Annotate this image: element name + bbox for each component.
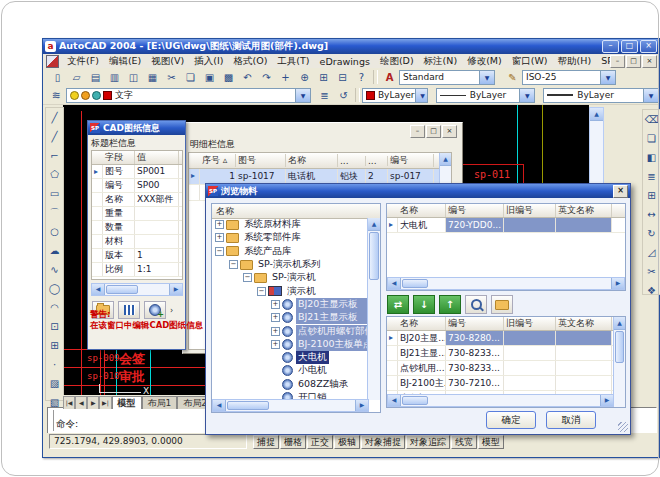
status-toggle-button[interactable]: 极轴 xyxy=(334,435,360,449)
table-row[interactable]: 材料 xyxy=(92,235,182,249)
scroll-left-icon[interactable]: ◀ xyxy=(92,284,105,295)
tree-item[interactable]: +BJ20主显示板 xyxy=(212,298,368,311)
plot-preview-icon[interactable]: ◫ xyxy=(124,69,143,86)
scroll-up-icon[interactable]: ▲ xyxy=(368,218,380,231)
expand-toggle-icon[interactable] xyxy=(271,353,280,362)
zoom-window-icon[interactable]: ⊞ xyxy=(314,69,333,86)
browse-dialog-title-bar[interactable]: SP 浏览物料 × xyxy=(206,184,630,198)
rectangle-icon[interactable]: ▭ xyxy=(46,184,64,203)
trim-icon[interactable]: ✂ xyxy=(643,262,660,281)
tree-item[interactable]: −系统产品库 xyxy=(212,245,368,258)
close-button[interactable]: × xyxy=(442,125,457,138)
expand-toggle-icon[interactable]: + xyxy=(215,233,224,242)
plot-icon[interactable]: ▥ xyxy=(105,69,124,86)
mdi-close-button[interactable]: × xyxy=(642,55,657,68)
status-toggle-button[interactable]: 模型 xyxy=(478,435,504,449)
tree-item[interactable]: 小电机 xyxy=(212,364,368,377)
point-icon[interactable]: · xyxy=(46,355,64,374)
close-button[interactable]: × xyxy=(613,185,628,198)
status-toggle-button[interactable]: 正交 xyxy=(307,435,333,449)
circle-icon[interactable]: ○ xyxy=(46,222,64,241)
menu-item[interactable]: 视图(V) xyxy=(146,55,189,68)
move-up-icon[interactable]: ↑ xyxy=(439,295,461,314)
menu-item[interactable]: eDrawings xyxy=(315,56,375,67)
hatch-icon[interactable]: ▨ xyxy=(46,374,64,393)
rotate-icon[interactable]: ↻ xyxy=(643,224,660,243)
tab-prev-button[interactable]: ◀ xyxy=(75,396,87,409)
menu-item[interactable]: 插入(I) xyxy=(189,55,228,68)
new-file-icon[interactable]: ▯ xyxy=(48,69,67,86)
scroll-left-icon[interactable]: ◀ xyxy=(213,400,226,411)
open-folder-icon[interactable] xyxy=(491,295,513,314)
maximize-button[interactable]: □ xyxy=(621,40,638,53)
horizontal-scrollbar[interactable]: ◀▶ xyxy=(387,394,614,407)
text-style-combo[interactable]: Standard▼ xyxy=(399,70,495,85)
cut-icon[interactable]: ✂ xyxy=(162,69,181,86)
scroll-right-icon[interactable]: ▶ xyxy=(169,284,182,295)
layout-tab[interactable]: 布局1 xyxy=(142,396,178,409)
undo-icon[interactable]: ↶ xyxy=(238,69,257,86)
insert-block-icon[interactable]: ⊡ xyxy=(46,317,64,336)
table-row[interactable]: 点钞机用...730-8233... xyxy=(387,361,625,376)
make-block-icon[interactable]: ⊞ xyxy=(46,336,64,355)
expand-toggle-icon[interactable]: + xyxy=(215,220,224,229)
ok-button[interactable]: 确定 xyxy=(486,411,536,429)
help-icon[interactable]: ? xyxy=(352,69,371,86)
color-combo[interactable]: ByLayer ▼ xyxy=(362,88,428,103)
resize-grip[interactable] xyxy=(618,422,628,432)
layer-previous-icon[interactable]: ↺ xyxy=(334,87,353,104)
scale-icon[interactable]: ◿ xyxy=(643,243,660,262)
arc-icon[interactable]: ⌒ xyxy=(46,203,64,222)
menu-item[interactable]: 工具(T) xyxy=(272,55,314,68)
tab-last-button[interactable]: ▶| xyxy=(99,396,111,409)
coordinate-readout[interactable]: 725.1794, 429.8903, 0.0000 xyxy=(49,434,247,449)
selected-material-table[interactable]: 名称 编号 旧编号 英文名称 大电机720-YDD0... ◀▶ xyxy=(386,203,626,291)
menu-item[interactable]: 帮助(H) xyxy=(553,55,597,68)
chevron-down-icon[interactable]: ▼ xyxy=(643,89,658,102)
scrollbar-thumb[interactable] xyxy=(106,285,138,294)
expand-toggle-icon[interactable]: − xyxy=(243,273,252,282)
material-list-table[interactable]: 名称 编号 旧编号 英文名称 BJ20主显...730-8280...BJ21主… xyxy=(386,316,626,408)
table-row[interactable]: 版本1 xyxy=(92,249,182,263)
scroll-right-icon[interactable]: ▶ xyxy=(600,395,613,406)
status-toggle-button[interactable]: 对象追踪 xyxy=(406,435,450,449)
text-style-icon[interactable]: A xyxy=(380,69,399,86)
table-row[interactable]: 数量 xyxy=(92,221,182,235)
menu-item[interactable]: SP-PDM插件(P) xyxy=(596,55,610,68)
paste-icon[interactable]: ▣ xyxy=(200,69,219,86)
expand-toggle-icon[interactable]: + xyxy=(271,340,280,349)
array-icon[interactable]: ⊞ xyxy=(643,186,660,205)
tree-item[interactable]: −SP-演示机 xyxy=(212,271,368,284)
table-row[interactable]: 编号SP00 xyxy=(92,179,182,193)
vertical-scrollbar[interactable]: ▲ xyxy=(367,218,380,400)
offset-icon[interactable]: ≣ xyxy=(643,167,660,186)
copy-icon[interactable]: ❏ xyxy=(181,69,200,86)
tree-item[interactable]: +BJ21主显示板 xyxy=(212,311,368,324)
tab-next-button[interactable]: ▶ xyxy=(87,396,99,409)
redo-icon[interactable]: ↷ xyxy=(257,69,276,86)
dim-style-icon[interactable]: ✎ xyxy=(503,69,522,86)
status-toggle-button[interactable]: 栅格 xyxy=(280,435,306,449)
zoom-realtime-icon[interactable]: ⊕ xyxy=(295,69,314,86)
revision-cloud-icon[interactable]: ☁ xyxy=(46,241,64,260)
tree-item[interactable]: +系统原材料库 xyxy=(212,218,368,231)
table-row[interactable]: 大电机720-YDD0... xyxy=(387,218,625,233)
explode-icon[interactable]: ❖ xyxy=(643,281,660,300)
mdi-restore-button[interactable]: □ xyxy=(626,55,641,68)
tree-item[interactable]: +点钞机用螺钉部件 xyxy=(212,324,368,337)
expand-toggle-icon[interactable] xyxy=(271,380,280,389)
scroll-right-icon[interactable]: ▶ xyxy=(611,278,624,289)
chevron-down-icon[interactable]: ▼ xyxy=(479,71,494,84)
expand-toggle-icon[interactable]: − xyxy=(257,287,266,296)
menu-item[interactable]: 绘图(D) xyxy=(375,55,419,68)
scrollbar-thumb[interactable] xyxy=(402,279,428,288)
region-icon[interactable]: ▧ xyxy=(46,393,64,412)
ellipse-icon[interactable]: ◯ xyxy=(46,279,64,298)
tree-item[interactable]: +系统零部件库 xyxy=(212,231,368,244)
scrollbar-thumb[interactable] xyxy=(369,232,379,280)
spline-icon[interactable]: ∿ xyxy=(46,260,64,279)
table-row[interactable]: BJ-2100主...730-7210... xyxy=(387,376,625,391)
scrollbar-thumb[interactable] xyxy=(227,401,269,410)
tree-item[interactable]: −演示机 xyxy=(212,284,368,297)
linetype-combo[interactable]: ByLayer ▼ xyxy=(436,88,536,103)
